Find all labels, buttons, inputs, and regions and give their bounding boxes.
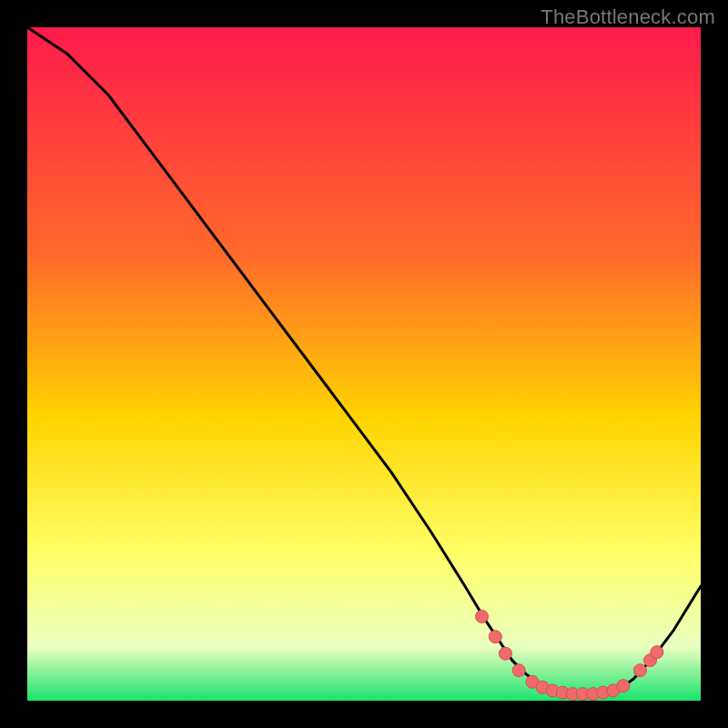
curve-marker-dot [489,631,501,643]
watermark-text: TheBottleneck.com [541,5,715,29]
curve-marker-dot [499,647,511,660]
gradient-plot-svg [27,27,701,701]
curve-marker-dot [512,664,525,677]
curve-marker-dot [476,611,489,623]
curve-marker-dot [617,680,630,693]
chart-frame: TheBottleneck.com [0,0,728,728]
plot-area [27,27,701,701]
curve-marker-dot [633,664,646,677]
gradient-background [27,27,701,701]
curve-marker-dot [651,646,663,659]
